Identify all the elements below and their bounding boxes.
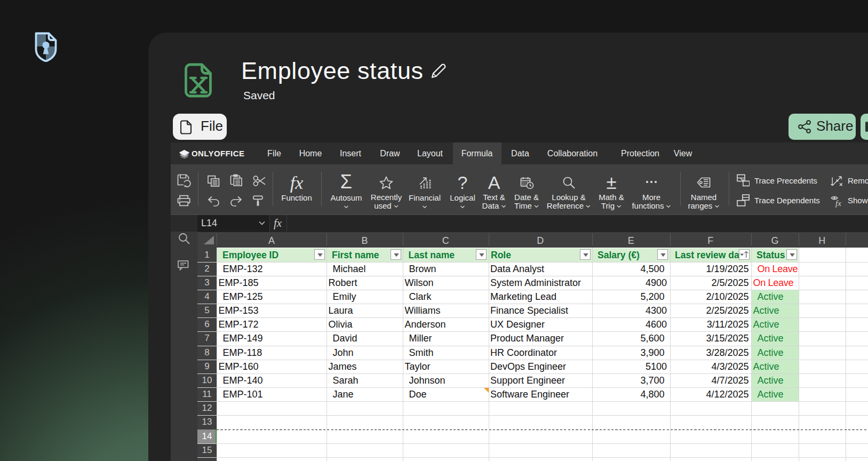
svg-text:fx: fx <box>835 199 841 208</box>
